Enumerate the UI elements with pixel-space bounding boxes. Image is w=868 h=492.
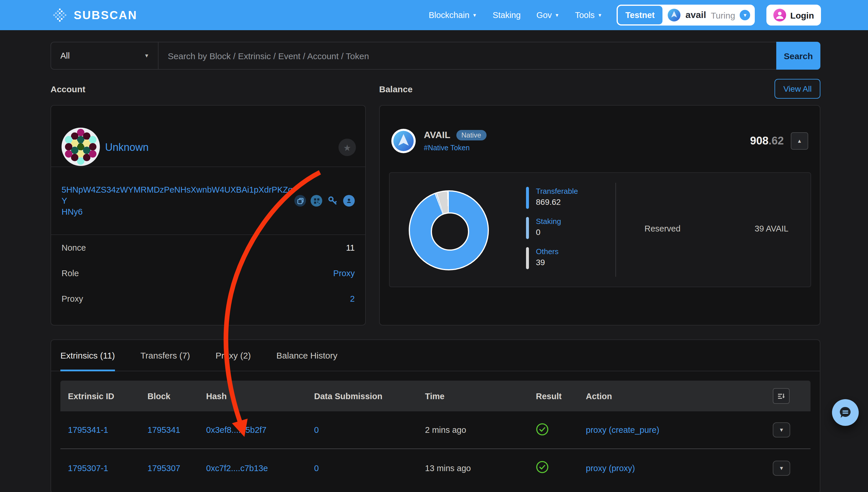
legend-value: 869.62 bbox=[536, 197, 578, 206]
chart-legend: Transferable 869.62 Staking 0 Others 39 bbox=[526, 187, 578, 269]
field-label: Role bbox=[62, 269, 79, 278]
sort-filter-button[interactable] bbox=[773, 388, 790, 404]
account-header: Unknown ★ bbox=[51, 105, 365, 167]
caret-up-icon: ▲ bbox=[797, 138, 802, 144]
action-link[interactable]: proxy (proxy) bbox=[586, 463, 773, 472]
col-block: Block bbox=[147, 391, 206, 401]
expand-row-button[interactable]: ▼ bbox=[773, 460, 790, 475]
col-extrinsic-id: Extrinsic ID bbox=[68, 391, 147, 401]
chevron-down-icon[interactable]: ▼ bbox=[740, 10, 750, 20]
token-amount: 908.62 bbox=[750, 134, 784, 147]
brand-name: SUBSCAN bbox=[74, 8, 137, 22]
section-headers: Account Balance View All bbox=[50, 70, 820, 99]
balance-donut-chart bbox=[409, 190, 489, 270]
success-check-icon bbox=[536, 423, 549, 436]
account-display-name[interactable]: Unknown bbox=[105, 142, 149, 154]
account-profile-icon[interactable] bbox=[343, 195, 355, 206]
login-label: Login bbox=[790, 10, 814, 20]
table-row: 1795341-1 1795341 0x3ef8....55b2f7 0 2 m… bbox=[61, 411, 811, 449]
search-button[interactable]: Search bbox=[776, 42, 820, 70]
data-submission-link[interactable]: 0 bbox=[314, 425, 425, 435]
star-icon: ★ bbox=[344, 143, 351, 152]
account-address-block: 5HNpW4ZS34zWYMRMDzPeNHsXwnbW4UXBAi1pXdrP… bbox=[51, 167, 365, 235]
extrinsics-table: Extrinsic ID Block Hash Data Submission … bbox=[61, 380, 811, 487]
tab-balance-history[interactable]: Balance History bbox=[276, 340, 337, 371]
chat-support-button[interactable] bbox=[832, 399, 859, 426]
account-address[interactable]: 5HNpW4ZS34zWYMRMDzPeNHsXwnbW4UXBAi1pXdrP… bbox=[62, 184, 294, 217]
balance-chart-panel: Transferable 869.62 Staking 0 Others 39 bbox=[389, 172, 811, 287]
tabs: Extrinsics (11) Transfers (7) Proxy (2) … bbox=[51, 340, 820, 371]
extrinsic-id-link[interactable]: 1795341-1 bbox=[68, 425, 147, 435]
col-result: Result bbox=[536, 391, 586, 401]
native-badge: Native bbox=[456, 130, 486, 141]
action-link[interactable]: proxy (create_pure) bbox=[586, 425, 773, 435]
nav-label: Gov bbox=[537, 10, 552, 20]
token-symbol: AVAIL bbox=[424, 130, 450, 141]
tab-extrinsics[interactable]: Extrinsics (11) bbox=[61, 340, 115, 371]
caret-down-icon: ▼ bbox=[779, 465, 784, 471]
subscan-logo[interactable]: SUBSCAN bbox=[51, 6, 137, 24]
tab-proxy[interactable]: Proxy (2) bbox=[215, 340, 251, 371]
activity-card: Extrinsics (11) Transfers (7) Proxy (2) … bbox=[50, 339, 820, 492]
native-token-link[interactable]: #Native Token bbox=[424, 144, 486, 152]
table-row: 1795307-1 1795307 0xc7f2....c7b13e 0 13 … bbox=[61, 449, 811, 487]
subscan-logo-icon bbox=[51, 6, 69, 24]
amount-integer: 908 bbox=[750, 134, 769, 147]
chat-bubble-icon bbox=[838, 405, 853, 420]
favorite-star-button[interactable]: ★ bbox=[338, 139, 356, 156]
search-filter-dropdown[interactable]: All ▼ bbox=[51, 42, 159, 69]
qr-code-icon[interactable] bbox=[311, 195, 322, 206]
avail-logo-icon bbox=[667, 8, 681, 22]
chevron-down-icon: ▼ bbox=[472, 13, 477, 18]
address-line-2: HNy6 bbox=[62, 206, 294, 217]
col-time: Time bbox=[425, 391, 536, 401]
network-chain: Turing bbox=[711, 10, 735, 20]
search-input[interactable] bbox=[159, 42, 777, 69]
legend-swatch bbox=[526, 217, 529, 239]
extrinsic-id-link[interactable]: 1795307-1 bbox=[68, 463, 147, 472]
time-cell: 2 mins ago bbox=[425, 425, 536, 435]
nav-item-blockchain[interactable]: Blockchain ▼ bbox=[429, 10, 477, 20]
col-hash: Hash bbox=[206, 391, 314, 401]
avail-token-icon bbox=[391, 129, 416, 153]
reserved-label: Reserved bbox=[644, 224, 680, 233]
account-identicon bbox=[62, 128, 100, 166]
field-row-role: Role Proxy bbox=[62, 261, 355, 286]
chevron-glyph: ▼ bbox=[743, 13, 747, 18]
navbar: SUBSCAN Blockchain ▼ Staking Gov ▼ Tools… bbox=[0, 0, 868, 30]
nav-item-gov[interactable]: Gov ▼ bbox=[537, 10, 559, 20]
field-row-nonce: Nonce 11 bbox=[62, 235, 355, 261]
key-icon[interactable] bbox=[327, 195, 338, 206]
login-button[interactable]: Login bbox=[767, 5, 821, 26]
testnet-badge[interactable]: Testnet bbox=[618, 6, 662, 24]
data-submission-link[interactable]: 0 bbox=[314, 463, 425, 472]
address-actions bbox=[295, 195, 355, 206]
field-row-proxy: Proxy 2 bbox=[62, 286, 355, 312]
expand-row-button[interactable]: ▼ bbox=[773, 422, 790, 438]
legend-item-others[interactable]: Others 39 bbox=[526, 247, 578, 269]
block-link[interactable]: 1795307 bbox=[147, 463, 206, 472]
result-cell bbox=[536, 461, 586, 475]
legend-item-transferable[interactable]: Transferable 869.62 bbox=[526, 187, 578, 209]
hash-link[interactable]: 0x3ef8....55b2f7 bbox=[206, 425, 314, 435]
caret-down-icon: ▼ bbox=[779, 427, 784, 433]
amount-decimal: .62 bbox=[769, 134, 784, 147]
legend-item-staking[interactable]: Staking 0 bbox=[526, 217, 578, 239]
collapse-button[interactable]: ▲ bbox=[791, 132, 808, 150]
field-value-link[interactable]: Proxy bbox=[333, 269, 355, 278]
legend-swatch bbox=[526, 187, 529, 209]
token-row: AVAIL Native #Native Token 908.62 ▲ bbox=[380, 129, 820, 153]
nav-item-tools[interactable]: Tools ▼ bbox=[575, 10, 602, 20]
hash-link[interactable]: 0xc7f2....c7b13e bbox=[206, 463, 314, 472]
field-label: Nonce bbox=[62, 243, 86, 252]
chevron-down-icon: ▼ bbox=[144, 53, 149, 58]
nav-item-staking[interactable]: Staking bbox=[493, 10, 521, 20]
copy-icon[interactable] bbox=[295, 195, 306, 206]
legend-label: Transferable bbox=[536, 187, 578, 196]
network-selector[interactable]: Testnet avail Turing ▼ bbox=[617, 5, 755, 26]
view-all-button[interactable]: View All bbox=[775, 79, 820, 99]
block-link[interactable]: 1795341 bbox=[147, 425, 206, 435]
field-value-link[interactable]: 2 bbox=[350, 294, 355, 303]
tab-transfers[interactable]: Transfers (7) bbox=[141, 340, 190, 371]
search-filter-value: All bbox=[61, 51, 70, 60]
